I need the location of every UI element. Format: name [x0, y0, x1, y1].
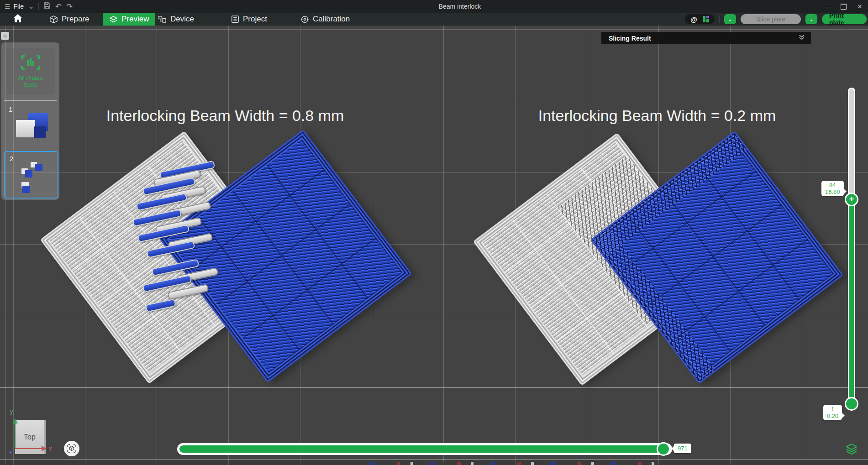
plate-number: 2: [10, 155, 13, 162]
tab-preview-label: Preview: [121, 15, 149, 24]
layer-top-tooltip: 84 16.80: [821, 181, 844, 196]
save-icon[interactable]: [43, 2, 51, 11]
axis-x-arrow: [42, 446, 47, 451]
redo-icon[interactable]: ↷: [66, 3, 73, 10]
spiral-seam-icon[interactable]: @: [690, 16, 697, 23]
thumb-blue-cube-side: [34, 126, 46, 138]
sidebar-collapse-button[interactable]: ‹|›: [1, 32, 9, 40]
chevron-down-icon: ⌄: [728, 16, 732, 22]
plate-thumbnail-2[interactable]: 2: [4, 151, 58, 199]
sidebar-divider: [4, 100, 57, 101]
print-options-dropdown[interactable]: ⌄: [805, 14, 817, 24]
maximize-button[interactable]: [835, 0, 852, 13]
next-plate-edge-specks: [363, 462, 667, 465]
label-beam-width-right: Interlocking Beam Width = 0.2 mm: [538, 107, 776, 125]
collapse-icon: ‹|›: [3, 34, 7, 38]
preview-layers-icon: [109, 15, 118, 24]
all-plates-label-line1: All Plates: [18, 74, 42, 81]
slice-plate-label: Slice plate: [756, 16, 786, 23]
tab-calibration[interactable]: Calibration: [300, 13, 350, 26]
axis-x: [15, 448, 42, 449]
print-progress-slider-handle[interactable]: [657, 442, 670, 456]
tab-prepare-label: Prepare: [62, 15, 89, 24]
print-progress-slider-track[interactable]: [177, 443, 672, 455]
plate-number: 1: [9, 105, 12, 113]
tab-calibration-label: Calibration: [313, 15, 350, 24]
layer-bottom-tooltip: 1 0.20: [823, 405, 842, 420]
slice-plate-button[interactable]: Slice plate: [741, 14, 801, 24]
actions-divider: [719, 16, 720, 23]
thumb-mini-blue: [25, 170, 32, 178]
thumb-mini-blue: [22, 186, 30, 193]
tab-project[interactable]: Project: [231, 13, 267, 26]
label-beam-width-left: Interlocking Beam Width = 0.8 mm: [106, 107, 344, 125]
tab-device-label: Device: [170, 15, 194, 24]
tab-project-label: Project: [243, 15, 267, 24]
thumb-white-cube: [16, 120, 35, 137]
file-chevron-down-icon[interactable]: ⌄: [28, 3, 34, 10]
progress-value-tooltip: 971: [674, 444, 691, 453]
tab-device[interactable]: Device: [158, 13, 194, 26]
device-monitor-icon: [158, 15, 167, 24]
expand-double-chevron-icon[interactable]: [798, 34, 805, 42]
all-plates-label-line2: Stats: [24, 81, 37, 88]
layer-bottom-number: 1: [827, 406, 838, 413]
project-list-icon: [231, 15, 239, 23]
view-cube-label: Top: [24, 433, 36, 441]
maximize-icon: [841, 4, 847, 10]
file-menu-label: File: [14, 3, 24, 10]
plate-thumbnail-1[interactable]: 1: [4, 103, 57, 148]
chevron-down-icon: ⌄: [809, 16, 814, 22]
toolbar-divider: [38, 3, 39, 10]
axis-y-label: y: [10, 408, 13, 415]
viewport-3d[interactable]: Interlocking Beam Width = 0.8 mm Interlo…: [0, 26, 868, 465]
slicing-result-panel[interactable]: Slicing Result: [601, 32, 811, 44]
axis-y: [15, 423, 16, 449]
layer-top-number: 84: [825, 182, 840, 188]
progress-value: 971: [678, 445, 688, 452]
hamburger-icon: ☰: [5, 3, 11, 10]
axis-y-arrow: [12, 418, 18, 423]
layer-slider-top-handle[interactable]: +: [845, 193, 858, 206]
main-tab-bar: Prepare Preview Device Project Calibrati…: [0, 13, 868, 26]
layer-slider-bottom-handle[interactable]: [845, 397, 858, 411]
window-controls: – ✕: [819, 0, 868, 13]
all-plates-stats-icon: [21, 54, 40, 73]
calibration-target-icon: [300, 15, 309, 24]
window-title: Beam interlock: [439, 3, 481, 10]
thumb-mini-blue: [35, 164, 42, 171]
minimize-button[interactable]: –: [819, 0, 835, 13]
print-plate-button[interactable]: Print plate: [822, 14, 867, 24]
home-icon: [13, 14, 23, 25]
plate-grid-major-line: [0, 387, 868, 388]
tab-preview[interactable]: Preview: [103, 13, 155, 26]
reset-view-button[interactable]: [64, 441, 79, 456]
title-bar: ☰ File ⌄ ↶ ↷ Beam interlock – ✕: [0, 0, 868, 13]
layer-top-height: 16.80: [825, 188, 840, 195]
close-icon: ✕: [857, 3, 863, 10]
view-options-pill: @: [685, 14, 715, 24]
action-cluster: @ ⌄ Slice plate ⌄ Print plate: [685, 14, 867, 24]
plate-list-sidebar: All Plates Stats 1 2: [1, 42, 59, 200]
slicing-result-title: Slicing Result: [609, 35, 798, 42]
all-plates-stats-button[interactable]: All Plates Stats: [6, 48, 55, 94]
layer-view-icon[interactable]: [845, 442, 858, 457]
home-button[interactable]: [13, 13, 23, 26]
plus-icon: +: [849, 194, 854, 204]
layer-slider-selected-range: [849, 199, 854, 405]
layer-bottom-height: 0.20: [827, 413, 838, 419]
minimize-icon: –: [825, 3, 828, 10]
axis-x-label: x: [49, 445, 52, 452]
prepare-box-icon: [49, 15, 58, 24]
tab-prepare[interactable]: Prepare: [49, 13, 89, 26]
layer-slider-track[interactable]: [848, 88, 855, 408]
file-menu[interactable]: ☰ File: [5, 3, 24, 10]
close-button[interactable]: ✕: [852, 0, 868, 13]
print-progress-slider-fill: [179, 445, 663, 453]
plate-layout-icon[interactable]: [703, 16, 709, 22]
slice-options-dropdown[interactable]: ⌄: [724, 14, 736, 24]
print-plate-label: Print plate: [829, 12, 859, 26]
undo-icon[interactable]: ↶: [55, 3, 62, 10]
